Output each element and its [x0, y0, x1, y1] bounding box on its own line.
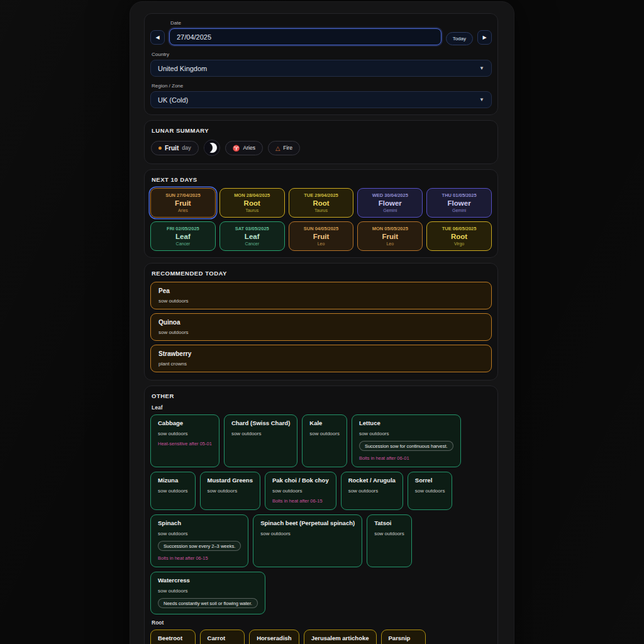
day-card-sign: Cancer — [153, 242, 213, 246]
region-select-value: UK (Cold) — [158, 96, 188, 104]
recommended-plant-name: Strawberry — [158, 350, 484, 357]
plant-card: Jerusalem artichoke plant tubers — [304, 630, 377, 644]
plant-name: Horseradish — [257, 635, 291, 641]
lunar-pill-row: Fruit day ♈ Aries △ Fire — [150, 139, 492, 157]
plant-action: sow outdoors — [260, 531, 355, 536]
plant-name: Parsnip — [389, 635, 419, 641]
aries-symbol-icon: ♈ — [233, 145, 240, 152]
lunar-garden-app: ◀ Date Today ▶ Country United Kingdom ▼ … — [130, 1, 514, 644]
region-label: Region / Zone — [152, 83, 492, 89]
plant-group-label: Leaf — [152, 404, 492, 411]
days-grid: SUN 27/04/2025 Fruit Aries MON 28/04/202… — [150, 188, 492, 251]
date-input[interactable] — [169, 28, 441, 45]
plant-name: Chard (Swiss Chard) — [231, 419, 290, 426]
plant-action: sow outdoors — [231, 431, 290, 436]
plant-action: sow outdoors — [208, 488, 253, 494]
chevron-down-icon: ▼ — [479, 97, 484, 103]
plant-card: Kale sow outdoors — [302, 414, 347, 467]
day-card[interactable]: FRI 02/05/2025 Leaf Cancer — [150, 221, 216, 251]
today-button[interactable]: Today — [446, 32, 473, 45]
previous-day-button[interactable]: ◀ — [150, 30, 165, 45]
day-card-type: Root — [291, 199, 352, 207]
next-day-button[interactable]: ▶ — [477, 30, 492, 45]
day-card[interactable]: THU 01/05/2025 Flower Gemini — [426, 188, 492, 218]
plant-name: Tatsoi — [374, 519, 404, 526]
arrow-right-icon: ▶ — [482, 35, 486, 40]
day-card-date: SUN 04/05/2025 — [291, 226, 352, 231]
fruit-day-dot-icon — [158, 147, 162, 150]
plant-name: Spinach beet (Perpetual spinach) — [260, 519, 355, 526]
recommended-list: Pea sow outdoors Quinoa sow outdoors Str… — [150, 282, 492, 372]
day-card-type: Root — [222, 199, 282, 207]
controls-panel: ◀ Date Today ▶ Country United Kingdom ▼ … — [144, 13, 498, 115]
fire-triangle-icon: △ — [275, 145, 280, 152]
day-card-type: Fruit — [153, 199, 213, 207]
plant-badge: Needs constantly wet soil or flowing wat… — [158, 598, 258, 608]
plant-badge-wrap: Needs constantly wet soil or flowing wat… — [158, 594, 258, 608]
region-select[interactable]: UK (Cold) ▼ — [150, 91, 492, 108]
lunar-summary-title: LUNAR SUMMARY — [152, 127, 492, 134]
plant-name: Carrot — [208, 635, 238, 641]
waning-crescent-moon-icon — [204, 140, 220, 156]
plant-group: Root Beetroot sow outdoors — [150, 619, 492, 644]
plant-card: Spinach sow outdoors Succession sow ever… — [150, 514, 248, 567]
lunar-summary-panel: LUNAR SUMMARY Fruit day ♈ Aries △ Fire — [144, 120, 498, 164]
day-card[interactable]: SUN 27/04/2025 Fruit Aries — [150, 188, 216, 218]
date-field-group: Date — [169, 20, 441, 45]
day-card[interactable]: MON 05/05/2025 Fruit Leo — [357, 221, 423, 251]
day-card-date: MON 05/05/2025 — [360, 226, 420, 231]
day-card-sign: Taurus — [222, 208, 282, 213]
date-row: ◀ Date Today ▶ — [150, 20, 492, 45]
day-card-date: FRI 02/05/2025 — [153, 226, 213, 231]
day-card-date: TUE 29/04/2025 — [291, 192, 352, 198]
day-card[interactable]: TUE 06/05/2025 Root Virgo — [426, 221, 492, 251]
plant-note: Bolts in heat after 06-15 — [272, 498, 329, 504]
plant-name: Jerusalem artichoke — [311, 635, 369, 641]
day-card-sign: Taurus — [291, 208, 352, 213]
plant-name: Rocket / Arugula — [348, 477, 396, 484]
plant-card: Parsnip sow outdoors — [381, 630, 426, 644]
plant-card: Cabbage sow outdoors Heat-sensitive afte… — [150, 414, 219, 467]
day-card-date: THU 01/05/2025 — [429, 192, 489, 198]
recommended-plant-name: Pea — [158, 287, 484, 294]
plant-card: Carrot sow outdoors — [200, 630, 245, 644]
day-card-type: Root — [429, 233, 489, 240]
day-card-date: WED 30/04/2025 — [360, 192, 420, 198]
element-label: Fire — [283, 145, 292, 151]
recommended-title: RECOMMENDED TODAY — [152, 270, 492, 277]
plant-action: sow outdoors — [158, 431, 212, 436]
day-card-sign: Leo — [360, 242, 420, 246]
plant-note: Bolts in heat after 06-01 — [359, 455, 453, 461]
plant-card-row: Cabbage sow outdoors Heat-sensitive afte… — [150, 414, 492, 614]
plant-action: sow outdoors — [158, 531, 241, 536]
plant-card: Rocket / Arugula sow outdoors — [341, 472, 403, 510]
day-card[interactable]: SAT 03/05/2025 Leaf Cancer — [219, 221, 285, 251]
plant-card: Mustard Greens sow outdoors — [200, 472, 260, 510]
other-title: OTHER — [152, 392, 492, 399]
country-select[interactable]: United Kingdom ▼ — [150, 60, 492, 77]
day-card[interactable]: WED 30/04/2025 Flower Gemini — [357, 188, 423, 218]
recommended-plant-action: sow outdoors — [158, 298, 484, 304]
plant-badge: Succession sow every 2–3 weeks. — [158, 541, 241, 551]
plant-badge-wrap: Succession sow every 2–3 weeks. — [158, 536, 241, 551]
day-card[interactable]: TUE 29/04/2025 Root Taurus — [289, 188, 354, 218]
plant-card: Mizuna sow outdoors — [150, 472, 196, 510]
next-days-panel: NEXT 10 DAYS SUN 27/04/2025 Fruit Aries … — [144, 169, 498, 258]
plant-name: Sorrel — [415, 477, 445, 484]
plant-name: Pak choi / Bok choy — [272, 477, 329, 484]
plant-name: Lettuce — [359, 419, 453, 426]
day-card-date: SAT 03/05/2025 — [222, 226, 282, 231]
day-card[interactable]: MON 28/04/2025 Root Taurus — [219, 188, 285, 218]
day-card-date: MON 28/04/2025 — [222, 192, 282, 198]
day-card[interactable]: SUN 04/05/2025 Fruit Leo — [289, 221, 354, 251]
recommended-plant-action: sow outdoors — [158, 330, 484, 335]
plant-card: Horseradish plant sets — [249, 630, 299, 644]
plant-card: Pak choi / Bok choy sow outdoors Bolts i… — [265, 472, 336, 510]
plant-badge: Succession sow for continuous harvest. — [359, 441, 453, 451]
day-card-sign: Aries — [153, 208, 213, 213]
day-card-sign: Gemini — [429, 208, 489, 213]
plant-action: sow outdoors — [309, 431, 340, 436]
plant-card: Watercress sow outdoors Needs constantly… — [150, 572, 265, 614]
next-days-title: NEXT 10 DAYS — [152, 176, 492, 183]
country-label: Country — [152, 52, 492, 57]
